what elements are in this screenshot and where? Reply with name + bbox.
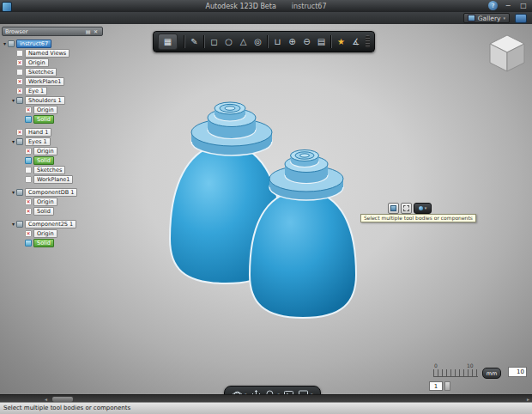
visibility-off-icon[interactable]: ✕ bbox=[16, 78, 23, 85]
model-front-body[interactable] bbox=[250, 191, 356, 318]
visibility-off-icon[interactable]: ✕ bbox=[25, 198, 32, 205]
browser-header[interactable]: Browser ▤ ✕ bbox=[2, 27, 103, 36]
tree-item-label[interactable]: instruct67 bbox=[16, 40, 51, 48]
tree-item[interactable]: ✕ Origin bbox=[19, 197, 103, 206]
tree-item[interactable]: Solid bbox=[19, 155, 103, 165]
tree-item-label[interactable]: Origin bbox=[33, 106, 57, 114]
browser-close-icon[interactable]: ✕ bbox=[92, 28, 100, 34]
visibility-off-icon[interactable]: ✕ bbox=[25, 230, 32, 237]
expand-arrow-icon[interactable]: ▾ bbox=[10, 221, 16, 227]
expand-arrow-icon[interactable]: ▾ bbox=[2, 40, 8, 46]
folder-icon bbox=[16, 50, 23, 57]
tree-item[interactable]: ✕ Eye 1 bbox=[10, 86, 103, 95]
browser-menu-icon[interactable]: ▤ bbox=[84, 28, 92, 34]
tree-item[interactable]: ✕ Hand 1 bbox=[10, 127, 103, 137]
tree-item[interactable]: Solid bbox=[19, 114, 103, 124]
tree-item-label[interactable]: WorkPlane1 bbox=[33, 175, 73, 184]
measure-tool-icon[interactable]: ∡ bbox=[348, 33, 363, 51]
shell-tool-icon[interactable]: ⊔ bbox=[270, 33, 285, 51]
expand-arrow-icon[interactable]: ▾ bbox=[10, 189, 16, 195]
window-title: Autodesk 123D Betainstruct67 bbox=[0, 3, 532, 10]
viewport[interactable]: Browser ▤ ✕ ▾ instruct67 Named Views bbox=[0, 24, 532, 394]
viewcube[interactable] bbox=[484, 31, 530, 77]
gallery-button[interactable]: Gallery ▾ bbox=[463, 13, 510, 23]
visibility-off-icon[interactable]: ✕ bbox=[16, 129, 23, 136]
tree-item[interactable]: ✕ Origin bbox=[19, 228, 103, 238]
selection-options-button[interactable]: ▾ bbox=[414, 203, 432, 214]
restore-icon[interactable]: □ bbox=[518, 1, 529, 10]
pattern-tool-icon[interactable]: ▤ bbox=[314, 33, 329, 51]
primitive-sphere-icon[interactable]: ○ bbox=[221, 33, 236, 51]
solid-icon bbox=[25, 240, 32, 247]
visibility-off-icon[interactable]: ✕ bbox=[25, 208, 32, 215]
minimize-icon[interactable]: − bbox=[503, 1, 513, 10]
unit-button[interactable]: mm bbox=[482, 368, 501, 379]
expand-arrow-icon[interactable]: ▾ bbox=[10, 97, 16, 103]
visibility-off-icon[interactable]: ✕ bbox=[25, 107, 32, 113]
tree-item-label[interactable]: Origin bbox=[33, 147, 57, 155]
tree-item-label[interactable]: Solid bbox=[33, 115, 54, 124]
tree-item-label[interactable]: Origin bbox=[33, 198, 57, 206]
tree-item-label[interactable]: Solid bbox=[33, 156, 54, 165]
visibility-off-icon[interactable]: ✕ bbox=[16, 59, 23, 66]
tree-item[interactable]: ✕ Solid bbox=[19, 206, 103, 216]
select-body-button[interactable] bbox=[388, 203, 399, 214]
primitive-cone-icon[interactable]: △ bbox=[236, 33, 251, 51]
tree-item-label[interactable]: Solid bbox=[33, 239, 54, 247]
toolbar-grip[interactable] bbox=[366, 35, 370, 48]
tree-item[interactable]: ✕ Origin bbox=[19, 146, 103, 155]
tree-item[interactable]: WorkPlane1 bbox=[19, 174, 103, 184]
tree-item[interactable]: Sketches bbox=[19, 165, 103, 174]
folder-icon bbox=[16, 69, 23, 76]
main-menu-icon[interactable]: ▦ bbox=[158, 33, 178, 50]
tree-item-label[interactable]: Origin bbox=[33, 229, 57, 238]
visibility-off-icon[interactable]: ✕ bbox=[25, 148, 32, 155]
toolbar-separator bbox=[330, 35, 332, 48]
tree-item[interactable]: Named Views bbox=[10, 48, 103, 58]
grid-minor-field[interactable]: 1 bbox=[429, 381, 443, 391]
tree-item[interactable]: Solid bbox=[19, 238, 103, 247]
model-front-lid[interactable] bbox=[269, 150, 343, 201]
grid-major-field[interactable]: 10 bbox=[508, 367, 527, 377]
sketch-tool-icon[interactable]: ✎ bbox=[187, 33, 202, 51]
scroll-right-icon[interactable]: ▸ bbox=[527, 396, 529, 402]
tree-item[interactable]: ▾ ComponentDB 1 bbox=[10, 187, 103, 197]
tree-item[interactable]: ▾ Eyes 1 bbox=[10, 137, 103, 146]
tree-item-label[interactable]: Hand 1 bbox=[25, 128, 51, 137]
body-icon bbox=[390, 205, 396, 211]
tree-item-label[interactable]: Sketches bbox=[33, 166, 65, 174]
component-icon bbox=[16, 189, 23, 196]
tree-item-label[interactable]: ComponentDB 1 bbox=[25, 188, 77, 197]
help-icon[interactable]: ? bbox=[488, 1, 498, 10]
expand-arrow-icon[interactable]: ▾ bbox=[10, 138, 16, 144]
tree-item[interactable]: ▾ Shoulders 1 bbox=[10, 95, 103, 105]
model-back-lid[interactable] bbox=[191, 102, 272, 155]
material-tool-icon[interactable]: ★ bbox=[334, 33, 348, 51]
tree-item-label[interactable]: Named Views bbox=[25, 49, 70, 58]
tree-item-label[interactable]: Solid bbox=[33, 207, 54, 216]
tree-item-label[interactable]: Origin bbox=[25, 58, 49, 67]
primitive-box-icon[interactable]: ◻ bbox=[207, 33, 221, 51]
tree-item[interactable]: ✕ Origin bbox=[19, 105, 103, 114]
menubar: Gallery ▾ bbox=[0, 12, 532, 25]
scroll-left-icon[interactable]: ◂ bbox=[45, 396, 47, 402]
solid-icon bbox=[25, 157, 32, 164]
tree-item[interactable]: ▾ Component2S 1 bbox=[10, 219, 103, 228]
revolve-tool-icon[interactable]: ◎ bbox=[251, 33, 265, 51]
tree-item-root[interactable]: ▾ instruct67 bbox=[2, 39, 103, 48]
visibility-off-icon[interactable]: ✕ bbox=[16, 88, 23, 94]
panel-toggle-icon[interactable] bbox=[515, 14, 527, 23]
tree-item[interactable]: Sketches bbox=[10, 67, 103, 76]
select-component-button[interactable] bbox=[401, 203, 412, 214]
tree-item-label[interactable]: Component2S 1 bbox=[25, 220, 76, 228]
combine-tool-icon[interactable]: ⊕ bbox=[285, 33, 299, 51]
tree-item-label[interactable]: Sketches bbox=[25, 68, 57, 76]
tree-item[interactable]: ✕ WorkPlane1 bbox=[10, 76, 103, 86]
tree-item-label[interactable]: WorkPlane1 bbox=[25, 77, 64, 86]
tree-item-label[interactable]: Shoulders 1 bbox=[25, 96, 65, 105]
grid-minor-stepper[interactable] bbox=[444, 381, 450, 391]
tree-item[interactable]: ✕ Origin bbox=[10, 58, 103, 67]
tree-item-label[interactable]: Eye 1 bbox=[25, 87, 47, 95]
tree-item-label[interactable]: Eyes 1 bbox=[25, 137, 51, 146]
subtract-tool-icon[interactable]: ⊖ bbox=[299, 33, 314, 51]
